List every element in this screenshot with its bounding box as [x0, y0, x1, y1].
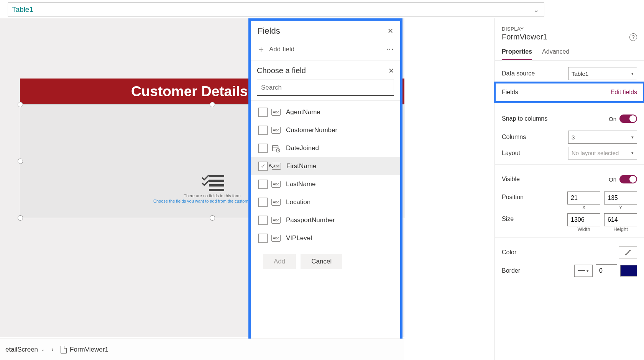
fields-panel: Fields ✕ ＋ Add field ··· Choose a field …	[248, 18, 402, 360]
layout-select[interactable]: No layout selected ▾	[568, 147, 637, 160]
add-button[interactable]: Add	[263, 254, 296, 269]
field-list: AbcAgentNameAbcCustomerNumberDateJoined✓…	[251, 103, 400, 247]
layout-value: No layout selected	[572, 150, 619, 156]
field-label: PassportNumber	[286, 216, 335, 224]
field-label: Location	[286, 198, 310, 206]
checkbox[interactable]	[258, 108, 268, 117]
chevron-down-icon: ▾	[631, 135, 634, 140]
columns-label: Columns	[502, 134, 526, 141]
visible-label: Visible	[502, 176, 520, 183]
crumb-screen[interactable]: etailScreen ⌄	[0, 346, 50, 353]
selection-handle[interactable]	[18, 159, 23, 164]
border-style-select[interactable]: ▾	[574, 265, 593, 277]
date-icon	[271, 145, 281, 152]
checkbox[interactable]	[258, 198, 268, 207]
layout-label: Layout	[502, 150, 520, 157]
choose-title: Choose a field	[257, 66, 306, 75]
field-row-lastname[interactable]: AbcLastName	[251, 175, 400, 193]
chevron-down-icon: ▾	[586, 268, 589, 273]
field-label: CustomerNumber	[286, 126, 337, 134]
checkbox[interactable]	[258, 180, 268, 189]
snap-value: On	[609, 116, 616, 122]
chevron-down-icon: ▾	[631, 151, 634, 155]
add-field-label: Add field	[269, 46, 294, 53]
size-w-label: Width	[567, 226, 600, 232]
search-input[interactable]	[257, 80, 394, 96]
datasource-value: Table1	[572, 70, 588, 77]
text-type-icon: Abc	[271, 235, 281, 242]
checkbox[interactable]	[258, 234, 268, 243]
checkbox[interactable]	[258, 144, 268, 153]
more-icon[interactable]: ···	[386, 46, 394, 53]
chevron-down-icon[interactable]: ⌄	[41, 347, 44, 352]
field-label: DateJoined	[286, 144, 319, 152]
cancel-button[interactable]: Cancel	[301, 254, 342, 269]
plus-icon: ＋	[257, 44, 265, 55]
properties-panel: DISPLAY FormViewer1 ? Properties Advance…	[495, 18, 644, 360]
form-icon	[200, 173, 224, 191]
checkbox[interactable]: ✓	[258, 162, 268, 171]
checkbox[interactable]	[258, 216, 268, 225]
breadcrumb-separator: ›	[50, 345, 55, 353]
border-width-input[interactable]	[596, 264, 617, 277]
color-picker[interactable]	[619, 246, 637, 259]
divider	[251, 100, 400, 101]
fields-label: Fields	[502, 89, 518, 96]
field-row-location[interactable]: AbcLocation	[251, 193, 400, 211]
position-y-input[interactable]	[604, 191, 637, 205]
text-type-icon: Abc	[271, 217, 281, 224]
position-x-input[interactable]	[567, 191, 600, 205]
position-x-label: X	[567, 205, 600, 210]
help-icon[interactable]: ?	[629, 33, 637, 41]
close-icon[interactable]: ✕	[388, 27, 393, 35]
chevron-down-icon[interactable]: ⌄	[533, 5, 539, 14]
selection-handle[interactable]	[210, 215, 215, 221]
checkbox[interactable]	[258, 126, 268, 135]
add-field-row[interactable]: ＋ Add field ···	[251, 41, 400, 61]
file-icon	[61, 346, 67, 353]
choose-field-popup: Choose a field ✕ AbcAgentNameAbcCustomer…	[251, 61, 400, 276]
field-label: AgentName	[286, 108, 320, 116]
formula-bar[interactable]: Table1 ⌄	[8, 2, 544, 17]
position-label: Position	[502, 191, 524, 201]
tab-properties[interactable]: Properties	[502, 46, 532, 60]
control-name: FormViewer1	[502, 33, 547, 41]
chevron-down-icon: ▾	[631, 71, 634, 76]
field-row-firstname[interactable]: ✓↖AbcFirstName	[251, 157, 400, 175]
color-label: Color	[502, 249, 516, 256]
field-row-customernumber[interactable]: AbcCustomerNumber	[251, 121, 400, 139]
visible-toggle[interactable]	[619, 175, 637, 183]
tab-advanced[interactable]: Advanced	[542, 46, 569, 60]
selection-handle[interactable]	[18, 215, 23, 221]
field-row-datejoined[interactable]: DateJoined	[251, 139, 400, 157]
edit-fields-link[interactable]: Edit fields	[611, 89, 637, 96]
formula-value: Table1	[12, 5, 33, 14]
section-label: DISPLAY	[495, 18, 644, 33]
field-label: LastName	[286, 180, 315, 188]
field-label: VIPLevel	[286, 234, 312, 242]
selection-handle[interactable]	[18, 102, 23, 107]
columns-select[interactable]: 3 ▾	[568, 131, 637, 144]
position-y-label: Y	[604, 205, 637, 210]
breadcrumb: etailScreen ⌄ › FormViewer1	[0, 339, 404, 360]
border-color-swatch[interactable]	[620, 265, 637, 277]
columns-value: 3	[572, 134, 575, 141]
text-type-icon: Abc	[271, 127, 281, 134]
text-type-icon: Abc	[271, 199, 281, 206]
crumb-control[interactable]: FormViewer1	[55, 346, 114, 353]
text-type-icon: Abc	[271, 181, 281, 188]
fields-panel-title: Fields	[258, 26, 280, 36]
datasource-select[interactable]: Table1 ▾	[568, 67, 637, 80]
border-label: Border	[502, 267, 520, 274]
close-icon[interactable]: ✕	[388, 67, 394, 75]
field-row-agentname[interactable]: AbcAgentName	[251, 103, 400, 121]
size-h-input[interactable]	[604, 213, 637, 226]
field-row-viplevel[interactable]: AbcVIPLevel	[251, 229, 400, 247]
selection-handle[interactable]	[210, 102, 215, 107]
form-title: Customer Details	[131, 83, 248, 100]
field-row-passportnumber[interactable]: AbcPassportNumber	[251, 211, 400, 229]
snap-label: Snap to columns	[502, 115, 547, 122]
snap-toggle[interactable]	[619, 115, 637, 123]
size-h-label: Height	[604, 226, 637, 232]
size-w-input[interactable]	[567, 213, 600, 226]
